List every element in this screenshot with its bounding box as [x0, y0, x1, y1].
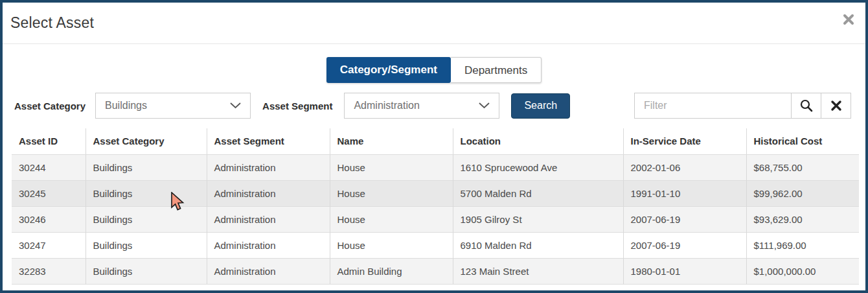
close-x-glyph [842, 13, 855, 26]
cell-name[interactable]: House [330, 154, 453, 180]
tab-group: Category/Segment Departments [326, 57, 542, 83]
cell-asset-category[interactable]: Buildings [86, 258, 207, 284]
asset-segment-label: Asset Segment [262, 100, 332, 111]
col-header-name[interactable]: Name [330, 128, 453, 154]
table-header-row: Asset ID Asset Category Asset Segment Na… [12, 128, 859, 154]
cell-location[interactable]: 123 Main Street [453, 258, 623, 284]
cell-historical-cost[interactable]: $1,000,000.00 [746, 258, 859, 284]
select-asset-modal: Select Asset Category/Segment Department… [0, 0, 868, 293]
cell-asset-category[interactable]: Buildings [86, 232, 207, 258]
cell-asset-segment[interactable]: Administration [207, 180, 330, 206]
cell-name[interactable]: House [330, 232, 453, 258]
cell-location[interactable]: 5700 Malden Rd [453, 180, 623, 206]
modal-header: Select Asset [3, 3, 865, 44]
cell-asset-segment[interactable]: Administration [207, 154, 330, 180]
cell-name[interactable]: House [330, 206, 453, 232]
close-icon[interactable] [842, 13, 855, 26]
cell-in-service-date[interactable]: 1980-01-01 [623, 258, 746, 284]
search-button[interactable]: Search [511, 93, 570, 119]
cell-in-service-date[interactable]: 2007-06-19 [623, 232, 746, 258]
cell-asset-category[interactable]: Buildings [86, 206, 207, 232]
tab-category-segment[interactable]: Category/Segment [326, 57, 451, 83]
chevron-down-icon [479, 102, 490, 109]
asset-category-label: Asset Category [14, 100, 86, 111]
cell-asset-segment[interactable]: Administration [207, 206, 330, 232]
asset-category-value: Buildings [105, 100, 147, 111]
cell-in-service-date[interactable]: 2002-01-06 [623, 154, 746, 180]
cell-in-service-date[interactable]: 2007-06-19 [623, 206, 746, 232]
cell-location[interactable]: 1905 Gilroy St [453, 206, 623, 232]
cell-historical-cost[interactable]: $93,629.00 [746, 206, 859, 232]
magnifier-icon [799, 99, 814, 113]
asset-category-select[interactable]: Buildings [95, 93, 251, 119]
cell-asset-category[interactable]: Buildings [86, 154, 207, 180]
table-row[interactable]: 30244 Buildings Administration House 161… [12, 154, 859, 180]
table-row[interactable]: 30245 Buildings Administration House 570… [12, 180, 859, 206]
cell-asset-segment[interactable]: Administration [207, 258, 330, 284]
table-body: 30244 Buildings Administration House 161… [12, 154, 859, 284]
cell-name[interactable]: Admin Building [330, 258, 453, 284]
table-row[interactable]: 30246 Buildings Administration House 190… [12, 206, 859, 232]
cell-historical-cost[interactable]: $111,969.00 [746, 232, 859, 258]
cell-asset-id[interactable]: 30246 [12, 206, 86, 232]
cell-asset-segment[interactable]: Administration [207, 232, 330, 258]
cell-asset-category[interactable]: Buildings [86, 180, 207, 206]
asset-table-wrap: Asset ID Asset Category Asset Segment Na… [12, 128, 859, 285]
tab-departments[interactable]: Departments [451, 57, 542, 83]
cell-asset-id[interactable]: 32283 [12, 258, 86, 284]
filter-group [634, 93, 851, 119]
filter-toolbar: Asset Category Buildings Asset Segment A… [14, 93, 851, 119]
filter-input[interactable] [634, 93, 792, 119]
table-row[interactable]: 32283 Buildings Administration Admin Bui… [12, 258, 859, 284]
filter-clear-button[interactable] [821, 93, 851, 119]
cell-location[interactable]: 6910 Malden Rd [453, 232, 623, 258]
col-header-asset-category[interactable]: Asset Category [86, 128, 207, 154]
cell-asset-id[interactable]: 30244 [12, 154, 86, 180]
cell-location[interactable]: 1610 Sprucewood Ave [453, 154, 623, 180]
cell-name[interactable]: House [330, 180, 453, 206]
col-header-asset-id[interactable]: Asset ID [12, 128, 86, 154]
col-header-location[interactable]: Location [453, 128, 623, 154]
col-header-historical-cost[interactable]: Historical Cost [746, 128, 859, 154]
asset-segment-value: Administration [354, 100, 419, 111]
asset-table: Asset ID Asset Category Asset Segment Na… [12, 128, 859, 285]
col-header-asset-segment[interactable]: Asset Segment [207, 128, 330, 154]
cell-asset-id[interactable]: 30247 [12, 232, 86, 258]
col-header-in-service-date[interactable]: In-Service Date [623, 128, 746, 154]
modal-title: Select Asset [10, 14, 94, 32]
cell-asset-id[interactable]: 30245 [12, 180, 86, 206]
chevron-down-icon [230, 102, 241, 109]
cell-historical-cost[interactable]: $68,755.00 [746, 154, 859, 180]
cell-historical-cost[interactable]: $99,962.00 [746, 180, 859, 206]
asset-segment-select[interactable]: Administration [344, 93, 499, 119]
table-row[interactable]: 30247 Buildings Administration House 691… [12, 232, 859, 258]
clear-x-icon [830, 100, 842, 111]
cell-in-service-date[interactable]: 1991-01-10 [623, 180, 746, 206]
filter-search-button[interactable] [792, 93, 821, 119]
tab-row: Category/Segment Departments [3, 57, 865, 83]
